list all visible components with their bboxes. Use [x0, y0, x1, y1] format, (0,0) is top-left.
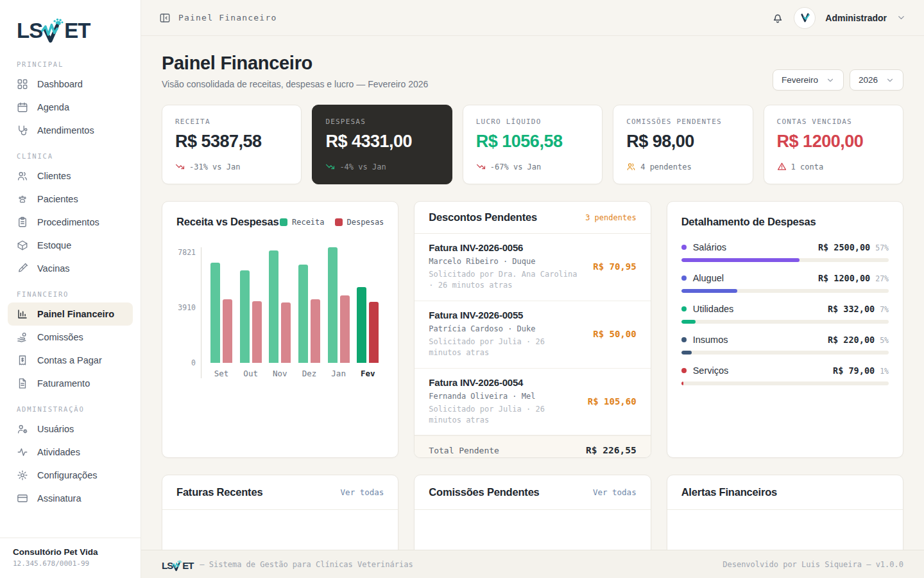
- kpi-value: R$ 4331,00: [325, 132, 438, 152]
- sidebar-item-atendimentos[interactable]: Atendimentos: [8, 119, 133, 142]
- invoice-amount: R$ 50,00: [593, 329, 636, 339]
- sidebar-item-configuracoes[interactable]: Configurações: [8, 464, 133, 487]
- sidebar-item-label: Contas a Pagar: [37, 355, 102, 365]
- bar-group-fev: Fev: [357, 247, 379, 378]
- users-icon: [626, 162, 636, 171]
- kpi-card-receita[interactable]: RECEITAR$ 5387,58-31% vs Jan: [162, 105, 302, 184]
- sidebar-item-label: Pacientes: [37, 194, 78, 204]
- footer-logo-suffix: ET: [182, 561, 193, 570]
- category-progress-track: [681, 258, 889, 262]
- logo-text-prefix: LS: [17, 20, 42, 41]
- month-select-value: Fevereiro: [782, 75, 818, 85]
- org-cnpj: 12.345.678/0001-99: [13, 559, 128, 568]
- sidebar-item-usuarios[interactable]: Usuários: [8, 417, 133, 441]
- sidebar-toggle-icon[interactable]: [159, 12, 171, 24]
- sidebar-item-assinatura[interactable]: Assinatura: [8, 487, 133, 510]
- kpi-card-despesas[interactable]: DESPESASR$ 4331,00-4% vs Jan: [312, 105, 452, 184]
- x-axis-label: Jan: [331, 369, 346, 378]
- category-percent: 7%: [880, 305, 889, 314]
- sidebar-item-label: Vacinas: [37, 263, 70, 274]
- receita-bar: [328, 247, 338, 363]
- user-menu-chevron-down-icon[interactable]: [896, 13, 906, 22]
- kpi-label: DESPESAS: [325, 118, 438, 126]
- discount-item-fatura-inv-2026-0056[interactable]: Fatura INV-2026-0056Marcelo Ribeiro · Du…: [415, 234, 650, 301]
- despesas-bar: [252, 301, 262, 363]
- pending-discounts-badge: 3 pendentes: [585, 213, 636, 222]
- discount-item-fatura-inv-2026-0055[interactable]: Fatura INV-2026-0055Patrícia Cardoso · D…: [415, 301, 650, 369]
- category-amount: R$ 332,00: [828, 304, 875, 314]
- category-progress-fill: [681, 351, 692, 355]
- sidebar-item-painel-financeiro[interactable]: Painel Financeiro: [8, 302, 133, 326]
- trending-down-icon: [175, 162, 185, 171]
- invoice-amount: R$ 70,95: [593, 261, 636, 272]
- pending-discounts-title: Descontos Pendentes: [429, 211, 537, 223]
- ver-todas-link[interactable]: Ver todas: [341, 487, 384, 497]
- sidebar-item-pacientes[interactable]: Pacientes: [8, 188, 133, 211]
- expense-breakdown-title: Detalhamento de Despesas: [681, 216, 889, 228]
- kpi-trend-text: 4 pendentes: [640, 162, 691, 171]
- sidebar-item-faturamento[interactable]: Faturamento: [8, 372, 133, 395]
- sidebar-section-label-administracao: ADMINISTRAÇÃO: [17, 405, 124, 413]
- despesas-bar: [369, 302, 379, 363]
- invoice-note: Solicitado por Dra. Ana Carolina · 26 mi…: [429, 269, 581, 292]
- app-window: LS ET PRINCIPALDashboardAgendaAtendiment…: [0, 0, 924, 578]
- category-name: Utilidades: [693, 304, 734, 314]
- sidebar-item-atividades[interactable]: Atividades: [8, 441, 133, 464]
- bottom-cards-row: Faturas RecentesVer todasComissões Pende…: [162, 475, 903, 550]
- sidebar-item-estoque[interactable]: Estoque: [8, 234, 133, 257]
- sidebar-item-dashboard[interactable]: Dashboard: [8, 73, 133, 96]
- sidebar-org-info: Consultório Pet Vida 12.345.678/0001-99: [0, 538, 141, 578]
- discount-item-fatura-inv-2026-0054[interactable]: Fatura INV-2026-0054Fernanda Oliveira · …: [415, 369, 650, 436]
- revenue-vs-expenses-chart-card: Receita vs Despesas ReceitaDespesas 7821…: [162, 201, 398, 458]
- user-menu-label[interactable]: Administrador: [825, 13, 887, 23]
- sidebar-item-contas-a-pagar[interactable]: Contas a Pagar: [8, 349, 133, 372]
- kpi-value: R$ 5387,58: [175, 132, 288, 152]
- legend-swatch: [280, 218, 287, 226]
- kpi-card-comissoes-pendentes[interactable]: COMISSÕES PENDENTESR$ 98,004 pendentes: [613, 105, 753, 184]
- sidebar-item-comissoes[interactable]: Comissões: [8, 326, 133, 349]
- card-title: Comissões Pendentes: [429, 486, 539, 498]
- notifications-bell-icon[interactable]: [771, 12, 784, 24]
- footer-tagline: — Sistema de Gestão para Clínicas Veteri…: [200, 560, 413, 569]
- page-subtitle: Visão consolidada de receitas, despesas …: [162, 79, 428, 89]
- kpi-card-contas-vencidas[interactable]: CONTAS VENCIDASR$ 1200,001 conta: [764, 105, 903, 184]
- bar-chart-icon: [17, 308, 28, 320]
- file-text-icon: [17, 378, 28, 389]
- sidebar-item-label: Configurações: [37, 470, 98, 480]
- sidebar-item-agenda[interactable]: Agenda: [8, 96, 133, 119]
- chevron-down-icon: [886, 76, 894, 85]
- sidebar-item-procedimentos[interactable]: Procedimentos: [8, 211, 133, 234]
- sidebar-item-label: Comissões: [37, 332, 83, 342]
- expense-row-insumos: InsumosR$ 220,005%: [681, 335, 889, 355]
- month-select[interactable]: Fevereiro: [773, 69, 844, 91]
- category-progress-fill: [681, 381, 683, 385]
- invoice-amount: R$ 105,60: [588, 396, 637, 407]
- category-amount: R$ 79,00: [833, 365, 875, 376]
- kpi-card-lucro-liquido[interactable]: LUCRO LÍQUIDOR$ 1056,58-67% vs Jan: [463, 105, 603, 184]
- receipt-icon: [17, 355, 28, 366]
- category-dot-icon: [681, 368, 687, 373]
- sidebar-item-label: Atendimentos: [37, 125, 94, 136]
- expense-row-utilidades: UtilidadesR$ 332,007%: [681, 304, 889, 324]
- chevron-down-icon: [826, 76, 835, 85]
- breadcrumb: Painel Financeiro: [178, 13, 277, 22]
- app-logo[interactable]: LS ET: [0, 0, 141, 48]
- year-select[interactable]: 2026: [850, 69, 903, 91]
- settings-icon: [17, 469, 28, 481]
- invoice-client: Marcelo Ribeiro · Duque: [429, 257, 581, 266]
- sidebar-item-vacinas[interactable]: Vacinas: [8, 257, 133, 280]
- category-percent: 5%: [880, 336, 889, 345]
- ver-todas-link[interactable]: Ver todas: [593, 487, 637, 497]
- category-name: Serviços: [693, 365, 729, 376]
- category-progress-track: [681, 381, 889, 385]
- sidebar-item-label: Faturamento: [37, 378, 90, 389]
- category-name: Insumos: [693, 335, 728, 345]
- avatar[interactable]: [794, 7, 816, 29]
- sidebar-item-label: Painel Financeiro: [37, 309, 114, 319]
- faturas-recentes-card: Faturas RecentesVer todas: [162, 475, 398, 550]
- expense-row-servicos: ServiçosR$ 79,001%: [681, 365, 889, 385]
- category-dot-icon: [681, 306, 687, 311]
- sidebar-item-clientes[interactable]: Clientes: [8, 164, 133, 188]
- card-title: Alertas Financeiros: [681, 486, 777, 498]
- app-footer: LS ET — Sistem: [141, 550, 924, 578]
